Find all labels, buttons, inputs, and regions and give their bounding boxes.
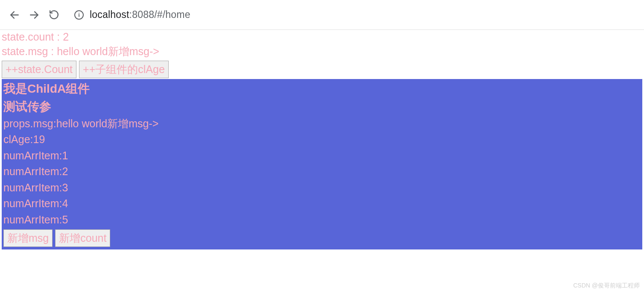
- child-button-row: 新增msg 新增count: [3, 229, 641, 247]
- address-bar[interactable]: i localhost:8088/#/home: [67, 6, 580, 24]
- page-content: state.count : 2 state.msg : hello world新…: [0, 30, 644, 249]
- site-info-icon[interactable]: i: [74, 10, 84, 20]
- child-clage: clAge:19: [3, 132, 641, 148]
- add-msg-button[interactable]: 新增msg: [3, 229, 53, 247]
- browser-toolbar: i localhost:8088/#/home: [0, 0, 644, 30]
- child-props-msg: props.msg:hello world新增msg->: [3, 116, 641, 132]
- increment-child-clage-button[interactable]: ++子组件的clAge: [79, 61, 169, 78]
- forward-button[interactable]: [28, 9, 40, 21]
- url-host: localhost: [90, 9, 129, 20]
- child-subtitle: 测试传参: [3, 98, 641, 116]
- list-item: numArrItem:4: [3, 196, 641, 212]
- list-item: numArrItem:1: [3, 148, 641, 164]
- url-text: localhost:8088/#/home: [90, 9, 190, 21]
- list-item: numArrItem:3: [3, 180, 641, 196]
- state-count-text: state.count : 2: [2, 30, 642, 44]
- child-title: 我是ChildA组件: [3, 80, 641, 98]
- increment-state-count-button[interactable]: ++state.Count: [2, 61, 76, 78]
- list-item: numArrItem:5: [3, 212, 641, 228]
- back-button[interactable]: [9, 9, 20, 21]
- parent-button-row: ++state.Count ++子组件的clAge: [2, 61, 642, 78]
- list-item: numArrItem:2: [3, 164, 641, 180]
- state-msg-text: state.msg : hello world新增msg->: [2, 44, 642, 59]
- add-count-button[interactable]: 新增count: [55, 229, 110, 247]
- reload-button[interactable]: [48, 9, 60, 21]
- url-path: :8088/#/home: [129, 9, 190, 20]
- child-component-panel: 我是ChildA组件 测试传参 props.msg:hello world新增m…: [2, 79, 642, 250]
